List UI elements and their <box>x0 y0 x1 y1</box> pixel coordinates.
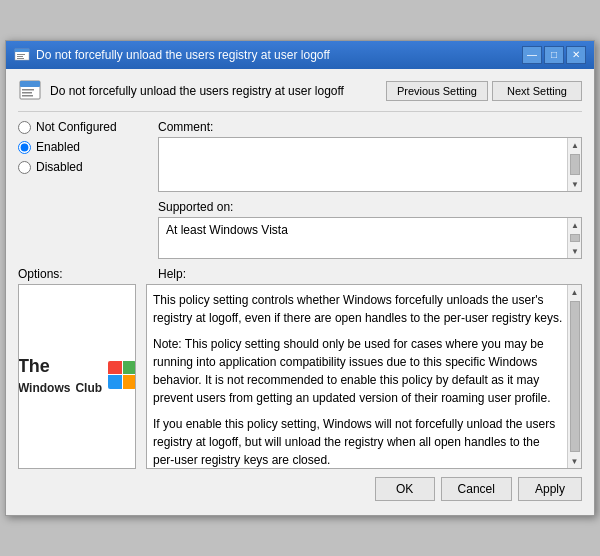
icon-green <box>123 361 136 375</box>
header-section: Do not forcefully unload the users regis… <box>18 79 582 112</box>
bottom-panels: The Windows Club <box>18 284 582 469</box>
right-panel: Comment: ▲ ▼ Supported on: At least Wind… <box>158 120 582 267</box>
twc-windows: Windows Club <box>18 377 102 397</box>
enabled-option[interactable]: Enabled <box>18 140 148 154</box>
help-scrollbar[interactable]: ▲ ▼ <box>567 285 581 468</box>
header-buttons: Previous Setting Next Setting <box>386 81 582 101</box>
title-bar: Do not forcefully unload the users regis… <box>6 41 594 69</box>
twc-the: The <box>18 357 102 377</box>
maximize-button[interactable]: □ <box>544 46 564 64</box>
help-paragraph-1: This policy setting controls whether Win… <box>153 291 563 327</box>
close-button[interactable]: ✕ <box>566 46 586 64</box>
header-title: Do not forcefully unload the users regis… <box>50 84 344 98</box>
svg-rect-7 <box>22 89 34 91</box>
comment-box: ▲ ▼ <box>158 137 582 192</box>
dialog-title: Do not forcefully unload the users regis… <box>36 48 330 62</box>
twc-club: Club <box>75 381 102 395</box>
scroll-up-arrow[interactable]: ▲ <box>568 138 582 152</box>
icon-blue <box>108 375 122 389</box>
supported-scroll-thumb <box>570 234 580 242</box>
disabled-option[interactable]: Disabled <box>18 160 148 174</box>
svg-rect-3 <box>17 56 23 57</box>
title-bar-controls: — □ ✕ <box>522 46 586 64</box>
dialog-window: Do not forcefully unload the users regis… <box>5 40 595 516</box>
help-text: This policy setting controls whether Win… <box>153 291 563 469</box>
svg-rect-6 <box>20 81 40 87</box>
options-label: Options: <box>18 267 63 281</box>
header-left: Do not forcefully unload the users regis… <box>18 79 344 103</box>
supported-scroll-up[interactable]: ▲ <box>568 218 582 232</box>
supported-on-value: At least Windows Vista <box>164 221 290 239</box>
supported-scrollbar[interactable]: ▲ ▼ <box>567 218 581 258</box>
header-policy-icon <box>18 79 42 103</box>
svg-rect-1 <box>15 49 29 52</box>
not-configured-label: Not Configured <box>36 120 117 134</box>
labels-row: Options: Help: <box>18 267 582 281</box>
scroll-down-arrow[interactable]: ▼ <box>568 177 582 191</box>
twc-logo: The Windows Club <box>19 285 135 468</box>
minimize-button[interactable]: — <box>522 46 542 64</box>
not-configured-radio[interactable] <box>18 121 31 134</box>
help-box: This policy setting controls whether Win… <box>146 284 582 469</box>
icon-red <box>108 361 122 375</box>
help-paragraph-2: Note: This policy setting should only be… <box>153 335 563 407</box>
previous-setting-button[interactable]: Previous Setting <box>386 81 488 101</box>
comment-section: Comment: ▲ ▼ <box>158 120 582 192</box>
help-paragraph-3: If you enable this policy setting, Windo… <box>153 415 563 469</box>
svg-rect-4 <box>17 58 24 59</box>
ok-button[interactable]: OK <box>375 477 435 501</box>
options-panel: The Windows Club <box>18 284 136 469</box>
main-content: Not Configured Enabled Disabled Comment: <box>18 120 582 267</box>
options-panel-box: The Windows Club <box>18 284 136 469</box>
not-configured-option[interactable]: Not Configured <box>18 120 148 134</box>
colorful-icon <box>108 361 136 389</box>
help-scroll-thumb <box>570 301 580 452</box>
help-scroll-up[interactable]: ▲ <box>568 285 582 299</box>
icon-orange <box>123 375 136 389</box>
svg-rect-9 <box>22 95 33 97</box>
footer-row: OK Cancel Apply <box>18 469 582 505</box>
help-scroll-down[interactable]: ▼ <box>568 454 582 468</box>
help-label: Help: <box>158 267 186 281</box>
supported-on-label: Supported on: <box>158 200 582 214</box>
title-bar-left: Do not forcefully unload the users regis… <box>14 47 330 63</box>
next-setting-button[interactable]: Next Setting <box>492 81 582 101</box>
enabled-label: Enabled <box>36 140 80 154</box>
radio-group: Not Configured Enabled Disabled <box>18 120 148 174</box>
comment-label: Comment: <box>158 120 582 134</box>
supported-scroll-down[interactable]: ▼ <box>568 244 582 258</box>
svg-rect-2 <box>17 54 25 55</box>
enabled-radio[interactable] <box>18 141 31 154</box>
disabled-radio[interactable] <box>18 161 31 174</box>
left-panel: Not Configured Enabled Disabled <box>18 120 148 267</box>
comment-scrollbar[interactable]: ▲ ▼ <box>567 138 581 191</box>
apply-button[interactable]: Apply <box>518 477 582 501</box>
content-area: Do not forcefully unload the users regis… <box>6 69 594 515</box>
supported-section: Supported on: At least Windows Vista ▲ ▼ <box>158 200 582 259</box>
cancel-button[interactable]: Cancel <box>441 477 512 501</box>
supported-box: At least Windows Vista ▲ ▼ <box>158 217 582 259</box>
svg-rect-8 <box>22 92 32 94</box>
scroll-thumb <box>570 154 580 175</box>
policy-icon <box>14 47 30 63</box>
help-panel: This policy setting controls whether Win… <box>146 284 582 469</box>
disabled-label: Disabled <box>36 160 83 174</box>
